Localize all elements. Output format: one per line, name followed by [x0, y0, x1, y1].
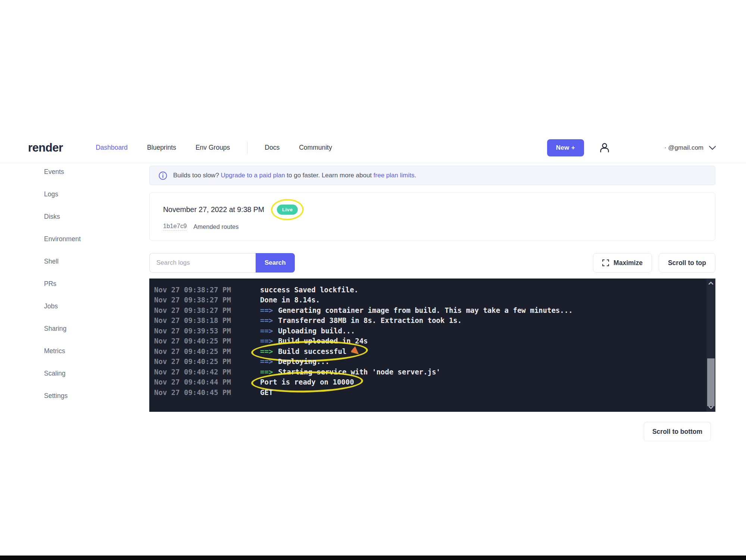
log-line: Nov 27 09:38:18 PM==>Transferred 38MB in… — [154, 315, 704, 326]
sidebar-item-prs[interactable]: PRs — [44, 273, 134, 295]
terminal-lines: Nov 27 09:38:27 PMsuccess Saved lockfile… — [154, 284, 704, 398]
bottom-edge-bar — [0, 556, 746, 560]
log-text: Build successful — [278, 347, 346, 355]
live-badge-wrap: Live — [277, 205, 298, 215]
deploy-date: November 27, 2022 at 9:38 PM — [163, 205, 264, 214]
log-arrow-blue: ==> — [260, 327, 273, 335]
deploy-card: November 27, 2022 at 9:38 PM Live 1b1e7c… — [149, 192, 715, 241]
upgrade-banner: Builds too slow? Upgrade to a paid plan … — [149, 166, 715, 185]
nav-item-community[interactable]: Community — [299, 133, 332, 163]
log-line: Nov 27 09:40:25 PM==>Build uploaded in 2… — [154, 336, 704, 346]
log-text: Transferred 38MB in 8s. Extraction took … — [278, 316, 462, 324]
log-terminal: Nov 27 09:38:27 PMsuccess Saved lockfile… — [149, 279, 715, 412]
sidebar-item-jobs[interactable]: Jobs — [44, 295, 134, 317]
scroll-to-top-button[interactable]: Scroll to top — [659, 253, 715, 273]
log-message: Port is ready on 10000 — [260, 378, 354, 386]
log-text: GET — [260, 388, 273, 396]
commit-message: Amended routes — [193, 223, 238, 230]
log-timestamp: Nov 27 09:38:27 PM — [154, 306, 260, 314]
sidebar-item-environment[interactable]: Environment — [44, 228, 134, 250]
log-message: ==>Deploying... — [260, 357, 330, 365]
sidebar-item-metrics[interactable]: Metrics — [44, 340, 134, 362]
sidebar-item-disks[interactable]: Disks — [44, 205, 134, 228]
sidebar-item-scaling[interactable]: Scaling — [44, 362, 134, 385]
chevron-down-icon — [709, 146, 716, 150]
banner-link[interactable]: free plan limits — [374, 172, 415, 179]
nav-divider — [247, 141, 247, 154]
log-timestamp: Nov 27 09:39:53 PM — [154, 327, 260, 335]
nav-item-dashboard[interactable]: Dashboard — [96, 133, 128, 163]
scrollbar-thumb[interactable] — [707, 358, 715, 406]
log-line: Nov 27 09:38:27 PMDone in 8.14s. — [154, 295, 704, 305]
log-text: Done in 8.14s. — [260, 296, 320, 304]
commit-hash-link[interactable]: 1b1e7c9 — [163, 223, 187, 231]
log-line: Nov 27 09:40:42 PM==>Starting service wi… — [154, 367, 704, 377]
account-email: · @gmail.com — [664, 144, 703, 152]
log-timestamp: Nov 27 09:40:45 PM — [154, 388, 260, 396]
log-message: Done in 8.14s. — [260, 296, 320, 304]
log-arrow-green: ==> — [260, 368, 273, 376]
log-text: Deploying... — [278, 357, 329, 365]
log-toolbar: Search Maximize Scroll to top — [149, 253, 715, 273]
log-arrow-blue: ==> — [260, 357, 273, 365]
banner-text-segment: . — [414, 172, 416, 179]
log-line: Nov 27 09:38:27 PMsuccess Saved lockfile… — [154, 284, 704, 295]
user-icon[interactable] — [598, 141, 611, 154]
banner-text-segment: Builds too slow? — [173, 172, 221, 179]
log-text: Uploading build... — [278, 327, 355, 335]
log-timestamp: Nov 27 09:40:25 PM — [154, 337, 260, 345]
log-line: Nov 27 09:40:45 PMGET — [154, 387, 704, 398]
log-message: ==>Build uploaded in 24s — [260, 337, 368, 345]
log-text: Port is ready on 10000 — [260, 378, 354, 386]
log-message: ==>Build successful — [260, 347, 359, 355]
service-sidebar: EventsLogsDisksEnvironmentShellPRsJobsSh… — [44, 161, 134, 407]
info-icon — [159, 171, 167, 180]
terminal-scrollbar[interactable] — [706, 279, 715, 412]
log-timestamp: Nov 27 09:38:27 PM — [154, 296, 260, 304]
banner-text-segment: to go faster. Learn more about — [285, 172, 374, 179]
sidebar-item-settings[interactable]: Settings — [44, 385, 134, 407]
sidebar-item-shell[interactable]: Shell — [44, 250, 134, 273]
navbar-right: New + · @gmail.com — [547, 139, 716, 156]
maximize-button[interactable]: Maximize — [593, 253, 652, 273]
scrollbar-up-icon[interactable] — [708, 279, 714, 287]
log-text: Starting service with 'node server.js' — [278, 368, 440, 376]
party-popper-icon — [351, 346, 360, 356]
log-arrow-green: ==> — [260, 347, 273, 355]
log-line: Nov 27 09:40:25 PM==>Deploying... — [154, 357, 704, 367]
nav-item-blueprints[interactable]: Blueprints — [147, 133, 176, 163]
log-line: Nov 27 09:39:53 PM==>Uploading build... — [154, 326, 704, 336]
log-message: ==>Generating container image from build… — [260, 306, 573, 314]
log-text: success Saved lockfile. — [260, 286, 358, 294]
scroll-to-bottom-button[interactable]: Scroll to bottom — [644, 422, 711, 441]
sidebar-item-sharing[interactable]: Sharing — [44, 317, 134, 340]
nav-item-docs[interactable]: Docs — [265, 133, 280, 163]
log-timestamp: Nov 27 09:40:25 PM — [154, 357, 260, 365]
log-arrow-blue: ==> — [260, 306, 273, 314]
maximize-label: Maximize — [614, 259, 643, 267]
log-line: Nov 27 09:40:25 PM==>Build successful — [154, 346, 704, 357]
maximize-icon — [602, 259, 609, 266]
log-timestamp: Nov 27 09:40:44 PM — [154, 378, 260, 386]
log-text: Generating container image from build. T… — [278, 306, 572, 314]
log-line: Nov 27 09:40:44 PMPort is ready on 10000 — [154, 377, 704, 388]
live-status-badge: Live — [277, 205, 298, 215]
nav-links: DashboardBlueprintsEnv GroupsDocsCommuni… — [96, 133, 332, 163]
banner-link[interactable]: Upgrade to a paid plan — [221, 172, 285, 179]
render-logo[interactable]: render — [28, 141, 63, 155]
log-arrow-blue: ==> — [260, 316, 273, 324]
new-button[interactable]: New + — [547, 139, 584, 156]
search-logs-input[interactable] — [149, 253, 256, 273]
page: render DashboardBlueprintsEnv GroupsDocs… — [0, 0, 746, 560]
top-navbar: render DashboardBlueprintsEnv GroupsDocs… — [0, 133, 746, 163]
log-timestamp: Nov 27 09:38:18 PM — [154, 316, 260, 324]
sidebar-item-logs[interactable]: Logs — [44, 183, 134, 205]
nav-item-env-groups[interactable]: Env Groups — [196, 133, 230, 163]
search-button[interactable]: Search — [256, 253, 295, 273]
account-menu[interactable]: · @gmail.com — [664, 144, 716, 152]
log-arrow-blue: ==> — [260, 337, 273, 345]
sidebar-item-events[interactable]: Events — [44, 161, 134, 183]
log-message: success Saved lockfile. — [260, 286, 358, 294]
log-timestamp: Nov 27 09:40:25 PM — [154, 347, 260, 355]
log-message: ==>Starting service with 'node server.js… — [260, 368, 440, 376]
